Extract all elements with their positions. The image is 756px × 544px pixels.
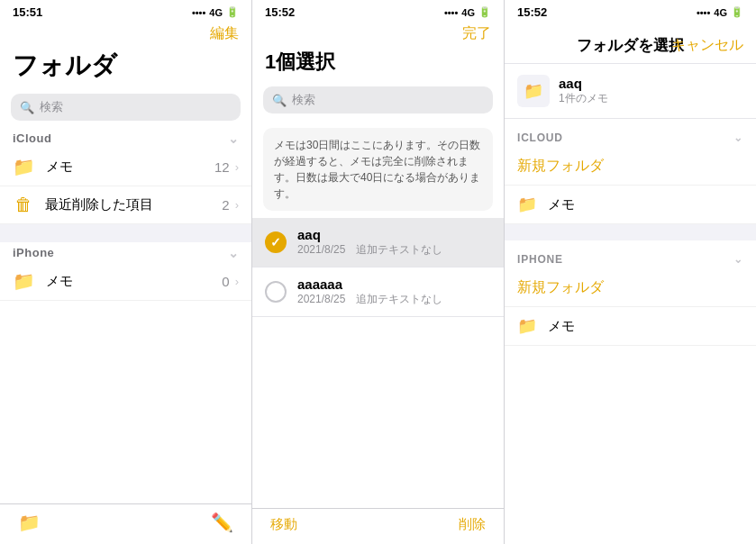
status-icons-2: •••• 4G 🔋 xyxy=(444,6,491,18)
battery-icon-3: 🔋 xyxy=(731,6,743,18)
nav-bar-2: 完了 xyxy=(252,23,504,49)
search-placeholder-1: 検索 xyxy=(40,99,63,115)
selected-folder-info: aaq 1件のメモ xyxy=(559,76,608,106)
signal-icon-3: •••• xyxy=(697,7,710,18)
section-iphone[interactable]: iPhone ⌄ xyxy=(0,242,251,262)
phone-3: 15:52 •••• 4G 🔋 フォルダを選択 キャンセル 📁 aaq 1件のメ… xyxy=(505,0,756,544)
selected-folder-name: aaq xyxy=(559,76,608,91)
bottom-bar-1: 📁 ✏️ xyxy=(0,503,251,544)
modal-folder-memo-iphone[interactable]: 📁 メモ xyxy=(505,307,756,346)
note-title-aaaaaa: aaaaaa xyxy=(297,277,442,292)
section-iphone-label: iPhone xyxy=(13,246,54,259)
info-text: メモは30日間はここにあります。その日数が経過すると、メモは完全に削除されます。… xyxy=(274,139,480,200)
status-bar-3: 15:52 •••• 4G 🔋 xyxy=(505,0,756,23)
folder-chevron-memo-iphone: › xyxy=(235,275,239,288)
modal-folder-icon-memo-iphone: 📁 xyxy=(517,316,537,336)
status-bar-1: 15:51 •••• 4G 🔋 xyxy=(0,0,251,23)
status-icons-1: •••• 4G 🔋 xyxy=(192,6,239,18)
time-2: 15:52 xyxy=(265,5,295,19)
selected-folder-sub: 1件のメモ xyxy=(559,91,608,106)
folder-count-trash: 2 xyxy=(222,197,229,213)
folder-icon-trash: 🗑 xyxy=(13,195,34,215)
signal-icon-2: •••• xyxy=(444,7,458,18)
modal-section-iphone[interactable]: IPHONE ⌄ xyxy=(505,240,756,269)
note-sub-aaaaaa: 2021/8/25 追加テキストなし xyxy=(297,292,442,307)
folder-row-trash[interactable]: 🗑 最近削除した項目 2 › xyxy=(0,186,251,224)
folder-chevron-memo-icloud: › xyxy=(235,160,239,174)
folder-icon-memo-iphone: 📁 xyxy=(13,270,35,292)
network-icon-3: 4G xyxy=(714,7,727,18)
edit-button-1[interactable]: 編集 xyxy=(210,24,239,43)
time-1: 15:51 xyxy=(13,5,42,19)
folder-chevron-trash: › xyxy=(235,198,239,212)
modal-header: フォルダを選択 キャンセル xyxy=(505,23,756,64)
search-icon-2: 🔍 xyxy=(272,94,287,107)
modal-folder-name-memo-iphone: メモ xyxy=(548,318,575,335)
note-check-aaq xyxy=(265,231,287,253)
note-content-aaq: aaq 2021/8/25 追加テキストなし xyxy=(297,227,442,258)
move-button[interactable]: 移動 xyxy=(270,516,297,533)
folder-row-memo-icloud[interactable]: 📁 メモ 12 › xyxy=(0,148,251,186)
done-button[interactable]: 完了 xyxy=(462,24,491,43)
modal-icloud-chevron: ⌄ xyxy=(733,131,743,144)
note-content-aaaaaa: aaaaaa 2021/8/25 追加テキストなし xyxy=(297,277,442,307)
bottom-compose-icon[interactable]: ✏️ xyxy=(211,512,233,533)
note-sub-aaq: 2021/8/25 追加テキストなし xyxy=(297,242,442,258)
modal-iphone-chevron: ⌄ xyxy=(733,253,743,266)
info-box: メモは30日間はここにあります。その日数が経過すると、メモは完全に削除されます。… xyxy=(263,128,493,211)
folder-name-memo-iphone: メモ xyxy=(46,273,222,290)
battery-icon-2: 🔋 xyxy=(478,6,491,18)
section-icloud[interactable]: iCloud ⌄ xyxy=(0,128,251,148)
section-spacer-1 xyxy=(0,224,251,242)
network-icon-2: 4G xyxy=(461,7,475,18)
folder-name-trash: 最近削除した項目 xyxy=(45,196,222,213)
folder-row-memo-iphone[interactable]: 📁 メモ 0 › xyxy=(0,262,251,301)
bottom-folder-icon[interactable]: 📁 xyxy=(18,512,41,533)
selected-folder-row: 📁 aaq 1件のメモ xyxy=(505,64,756,119)
search-icon-1: 🔍 xyxy=(20,101,34,114)
bottom-bar-2: 移動 削除 xyxy=(252,508,504,544)
modal-folder-memo-icloud[interactable]: 📁 メモ xyxy=(505,186,756,224)
note-item-aaq[interactable]: aaq 2021/8/25 追加テキストなし xyxy=(252,218,504,267)
modal-iphone-label: IPHONE xyxy=(517,253,563,266)
section-iphone-chevron: ⌄ xyxy=(228,246,240,260)
page-title-2: 1個選択 xyxy=(252,49,504,83)
note-check-aaaaaa xyxy=(265,281,287,303)
folder-thumb-icon: 📁 xyxy=(517,75,550,107)
status-bar-2: 15:52 •••• 4G 🔋 xyxy=(252,0,504,23)
signal-icon-1: •••• xyxy=(192,7,205,18)
section-icloud-chevron: ⌄ xyxy=(228,131,240,146)
modal-title: フォルダを選択 xyxy=(577,35,684,56)
phone-1: 15:51 •••• 4G 🔋 編集 フォルダ 🔍 検索 iCloud ⌄ 📁 … xyxy=(0,0,252,544)
modal-section-icloud[interactable]: ICLOUD ⌄ xyxy=(505,119,756,148)
folder-icon-memo-icloud: 📁 xyxy=(13,156,35,177)
network-icon-1: 4G xyxy=(209,7,223,18)
time-3: 15:52 xyxy=(517,5,547,19)
folder-name-memo-icloud: メモ xyxy=(46,159,214,176)
modal-icloud-label: ICLOUD xyxy=(517,131,563,144)
note-item-aaaaaa[interactable]: aaaaaa 2021/8/25 追加テキストなし xyxy=(252,267,504,317)
note-title-aaq: aaq xyxy=(297,227,442,242)
search-bar-2[interactable]: 🔍 検索 xyxy=(263,86,493,113)
status-icons-3: •••• 4G 🔋 xyxy=(697,6,743,18)
page-title-1: フォルダ xyxy=(0,49,251,90)
nav-bar-1: 編集 xyxy=(0,23,251,49)
new-folder-iphone[interactable]: 新規フォルダ xyxy=(505,269,756,307)
new-folder-icloud[interactable]: 新規フォルダ xyxy=(505,148,756,186)
folder-count-memo-iphone: 0 xyxy=(222,274,229,289)
modal-folder-icon-memo-icloud: 📁 xyxy=(517,195,537,214)
section-icloud-label: iCloud xyxy=(13,131,51,145)
delete-button[interactable]: 削除 xyxy=(459,516,486,533)
cancel-button[interactable]: キャンセル xyxy=(671,36,743,55)
folder-count-memo-icloud: 12 xyxy=(214,159,230,175)
modal-folder-name-memo-icloud: メモ xyxy=(548,196,575,213)
search-placeholder-2: 検索 xyxy=(292,92,315,108)
battery-icon-1: 🔋 xyxy=(226,6,239,18)
phone-2: 15:52 •••• 4G 🔋 完了 1個選択 🔍 検索 メモは30日間はここに… xyxy=(252,0,505,544)
search-bar-1[interactable]: 🔍 検索 xyxy=(11,94,241,121)
section-divider xyxy=(505,224,756,240)
